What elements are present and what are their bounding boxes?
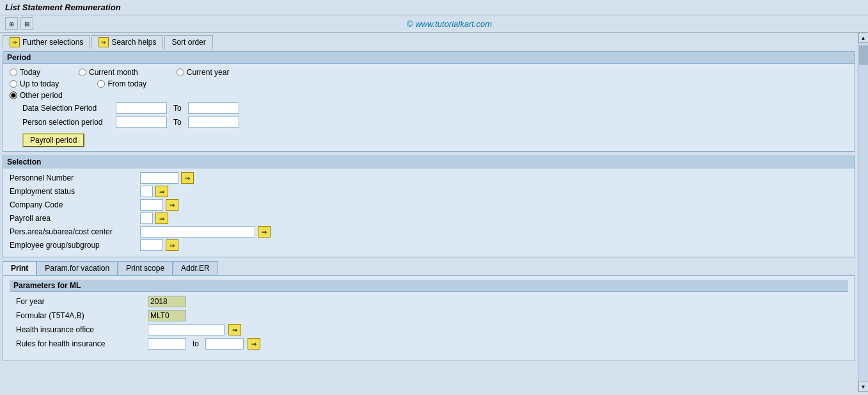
radio-other-period-input[interactable] [10,92,17,99]
top-tab-row: ⇒ Further selections ⇒ Search helps Sort… [3,35,855,49]
data-selection-to[interactable] [188,102,239,114]
selection-body: Personnel Number ⇒ Employment status ⇒ C… [3,168,855,257]
rules-health-from[interactable] [148,338,186,350]
radio-from-today: From today [97,79,146,88]
company-code-arrow[interactable]: ⇒ [166,199,178,211]
rules-health-to[interactable] [205,338,244,350]
radio-from-today-input[interactable] [97,80,105,88]
personnel-number-input[interactable] [140,172,178,184]
formular-input[interactable] [148,310,186,321]
health-insurance-row: Health insurance office ⇒ [16,324,842,335]
toolbar: ⊕ ⊞ © www.tutorialkart.com [0,15,868,33]
parameters-section: Parameters for ML For year Formular (T5T… [3,275,855,360]
main-content: ⇒ Further selections ⇒ Search helps Sort… [0,33,868,392]
tab-search-helps[interactable]: ⇒ Search helps [91,35,163,49]
radio-row-2: Up to today From today [10,79,848,88]
title-bar: List Statement Remuneration [0,0,868,15]
tab-param-vacation[interactable]: Param.for vacation [36,261,118,275]
period-header: Period [3,52,855,64]
employee-group-arrow[interactable]: ⇒ [166,239,178,251]
parameters-body: For year Formular (T5T4A,B) Health insur… [10,292,848,356]
health-insurance-arrow[interactable]: ⇒ [228,324,241,335]
rules-health-arrow[interactable]: ⇒ [248,338,260,350]
radio-up-to-today-input[interactable] [10,80,17,88]
rules-health-row: Rules for health insurance to ⇒ [16,338,842,350]
bottom-tab-row: Print Param.for vacation Print scope Add… [3,261,855,275]
scroll-down-arrow[interactable]: ▼ [858,382,869,392]
scroll-up-arrow[interactable]: ▲ [858,33,869,43]
employee-group-input[interactable] [140,239,163,251]
search-helps-arrow: ⇒ [99,37,109,47]
company-code-row: Company Code ⇒ [10,199,848,211]
tab-further-selections[interactable]: ⇒ Further selections [3,35,90,49]
radio-today: Today [10,68,40,77]
tab-print-scope[interactable]: Print scope [118,261,173,275]
radio-row-3: Other period [10,91,848,100]
pers-area-row: Pers.area/subarea/cost center ⇒ [10,226,848,238]
radio-current-year-input[interactable] [177,69,184,76]
back-icon[interactable]: ⊕ [5,17,18,30]
payroll-area-row: Payroll area ⇒ [10,213,848,224]
vertical-scrollbar: ▲ ▼ [858,33,868,392]
for-year-input[interactable] [148,296,186,307]
further-selections-arrow: ⇒ [10,37,20,47]
pers-area-arrow[interactable]: ⇒ [258,226,271,238]
radio-current-month-input[interactable] [79,69,86,76]
formular-row: Formular (T5T4A,B) [16,310,842,321]
period-section: Period Today Current month Current year [3,51,855,152]
radio-current-year: Current year [177,68,230,77]
person-selection-row: Person selection period To [10,117,848,128]
for-year-row: For year [16,296,842,307]
period-body: Today Current month Current year Up to t… [3,64,855,151]
selection-section: Selection Personnel Number ⇒ Employment … [3,156,855,257]
pers-area-input[interactable] [140,226,255,238]
scroll-thumb[interactable] [859,45,868,65]
data-selection-row: Data Selection Period To [10,102,848,114]
payroll-period-button[interactable]: Payroll period [22,133,84,147]
personnel-number-row: Personnel Number ⇒ [10,172,848,184]
employment-status-input[interactable] [140,186,153,197]
employment-status-row: Employment status ⇒ [10,186,848,197]
payroll-area-arrow[interactable]: ⇒ [155,213,168,224]
tab-print[interactable]: Print [3,261,36,275]
personnel-number-arrow[interactable]: ⇒ [181,172,194,184]
employee-group-row: Employee group/subgroup ⇒ [10,239,848,251]
radio-current-month: Current month [79,68,138,77]
watermark: © www.tutorialkart.com [36,19,863,29]
parameters-header: Parameters for ML [10,280,848,292]
tab-addr-er[interactable]: Addr.ER [173,261,218,275]
radio-up-to-today: Up to today [10,79,59,88]
company-code-input[interactable] [140,199,163,211]
selection-header: Selection [3,156,855,168]
tab-sort-order[interactable]: Sort order [164,35,212,49]
health-insurance-input[interactable] [148,324,225,335]
person-selection-from[interactable] [116,117,167,128]
radio-today-input[interactable] [10,69,17,76]
grid-icon[interactable]: ⊞ [20,17,33,30]
data-selection-from[interactable] [116,102,167,114]
payroll-area-input[interactable] [140,213,153,224]
bottom-tabs: Print Param.for vacation Print scope Add… [3,261,855,360]
radio-row-1: Today Current month Current year [10,68,848,77]
radio-other-period: Other period [10,91,63,100]
person-selection-to[interactable] [188,117,239,128]
employment-status-arrow[interactable]: ⇒ [155,186,168,197]
